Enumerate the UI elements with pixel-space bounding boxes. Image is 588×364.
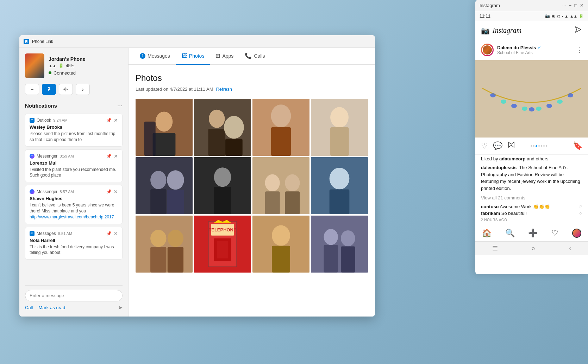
ig-add-button[interactable]: ➕ (528, 229, 538, 238)
tab-apps[interactable]: ⊞ Apps (210, 48, 239, 65)
ig-user-subtitle: School of Fine Arts (497, 50, 573, 55)
ig-home-button[interactable]: 🏠 (482, 229, 492, 238)
refresh-link[interactable]: Refresh (216, 87, 232, 92)
photo-cell[interactable] (194, 99, 251, 156)
notif-time: 9:24 AM (53, 118, 67, 122)
notif-sender: Lorenzo Mui (30, 160, 118, 166)
ig-restore-button[interactable]: □ (574, 3, 577, 8)
notification-item: m Messenger 8:59 AM 📌 ✕ Lorenzo Mui I vi… (25, 149, 123, 183)
photo-cell[interactable]: TELEPHONE (194, 216, 251, 273)
photo-cell[interactable] (136, 157, 193, 214)
ig-like-button[interactable]: ♡ (481, 141, 488, 151)
dot-icon: • (562, 14, 563, 18)
svg-rect-40 (211, 224, 234, 235)
sidebar: Jordan's Phone ▲▲ 🔋 45% Connected − (19, 48, 129, 317)
ig-caption: daleenduplessis The School of Fine Art's… (475, 163, 588, 194)
photo-cell[interactable] (136, 99, 193, 156)
ig-heart-button[interactable]: ♡ (551, 229, 558, 238)
tab-photos[interactable]: 🖼 Photos (176, 48, 210, 65)
ig-comment-like-button[interactable]: ♡ (578, 211, 582, 216)
ig-more-button[interactable]: ··· (562, 3, 566, 8)
call-link[interactable]: Call (25, 305, 33, 310)
ig-android-back-button[interactable]: ‹ (569, 245, 571, 252)
notif-actions: 📌 ✕ (106, 189, 118, 194)
instagram-window: Instagram ··· − □ ✕ 11:11 📷 ▣ @ • ▲ ▲▲ 🔋… (475, 0, 588, 274)
ig-close-button[interactable]: ✕ (580, 3, 584, 8)
ig-comment-like-button[interactable]: ♡ (578, 204, 582, 209)
device-card: Jordan's Phone ▲▲ 🔋 45% Connected (25, 53, 123, 78)
mark-as-read-link[interactable]: Mark as read (38, 305, 65, 310)
ig-comment-button[interactable]: 💬 (493, 141, 502, 151)
notif-app-row: m Messenger 8:59 AM (30, 154, 74, 159)
connected-status: Connected (54, 70, 76, 76)
ig-status-icons: 📷 ▣ @ • ▲ ▲▲ 🔋 (545, 14, 584, 18)
carousel-dot (546, 145, 547, 147)
photo-cell[interactable] (194, 157, 251, 214)
mute-button[interactable] (59, 84, 73, 95)
message-link[interactable]: http://www.margiestravel.com/beachtrip 2… (30, 215, 114, 219)
svg-rect-33 (136, 216, 193, 273)
ig-view-comments[interactable]: View all 21 comments (475, 194, 588, 203)
notification-item: O Outlook 9:24 AM 📌 ✕ Wesley Brooks Plea… (25, 114, 123, 147)
ig-android-home-button[interactable]: ○ (532, 245, 536, 252)
ig-android-menu-button[interactable]: ☰ (492, 244, 498, 252)
svg-point-7 (209, 110, 225, 128)
photo-cell[interactable] (252, 157, 309, 214)
pin-button[interactable]: 📌 (106, 231, 112, 236)
wifi-icon: ▲▲ (49, 64, 56, 68)
ig-username: Daleen du Plessis (497, 45, 536, 50)
send-button[interactable]: ➤ (118, 304, 123, 311)
svg-point-46 (272, 225, 290, 246)
ig-post-header: Daleen du Plessis ✓ School of Fine Arts … (475, 40, 588, 60)
carousel-dot (538, 145, 540, 147)
photo-cell[interactable] (136, 216, 193, 273)
ig-likes: Liked by adatumcorp and others (475, 155, 588, 163)
svg-point-9 (224, 116, 244, 139)
svg-point-59 (536, 107, 542, 111)
svg-point-60 (546, 104, 552, 108)
svg-rect-38 (194, 216, 251, 273)
calls-icon: 📞 (245, 52, 252, 59)
svg-point-36 (168, 230, 183, 247)
bluetooth-button[interactable] (42, 84, 56, 95)
svg-point-57 (522, 107, 527, 111)
ig-post-more-button[interactable]: ⋮ (576, 46, 582, 54)
notif-actions: 📌 ✕ (106, 117, 118, 123)
photo-cell[interactable] (311, 157, 368, 214)
close-notification-button[interactable]: ✕ (114, 153, 118, 159)
photo-cell[interactable] (252, 216, 309, 273)
photo-cell[interactable] (311, 99, 368, 156)
minus-button[interactable]: − (25, 84, 39, 95)
carousel-dot-active (536, 145, 537, 147)
pin-button[interactable]: 📌 (106, 118, 112, 123)
notifications-menu-button[interactable]: ··· (117, 102, 123, 109)
ig-minimize-button[interactable]: − (569, 3, 572, 8)
ig-android-nav: ☰ ○ ‹ (475, 241, 588, 255)
ig-comment: fabrikam So beautiful! ♡ (475, 210, 588, 217)
ig-search-button[interactable]: 🔍 (505, 229, 515, 238)
ig-time: 11:11 (480, 14, 490, 19)
photo-cell[interactable] (252, 99, 309, 156)
close-notification-button[interactable]: ✕ (114, 231, 118, 236)
photo-cell[interactable] (311, 216, 368, 273)
ig-camera-icon[interactable]: 📷 (481, 26, 490, 35)
tab-calls[interactable]: 📞 Calls (239, 48, 270, 65)
pin-button[interactable]: 📌 (106, 154, 112, 159)
svg-marker-63 (508, 142, 514, 147)
device-info: Jordan's Phone ▲▲ 🔋 45% Connected (49, 56, 123, 76)
ig-send-icon[interactable] (574, 25, 582, 36)
ig-share-button[interactable] (507, 141, 515, 151)
close-notification-button[interactable]: ✕ (114, 189, 118, 194)
music-button[interactable]: ♪ (76, 84, 90, 95)
tab-messages[interactable]: 1 Messages (134, 48, 176, 65)
ig-profile-button[interactable] (572, 229, 581, 238)
pin-button[interactable]: 📌 (106, 189, 112, 194)
message-input[interactable] (25, 290, 123, 301)
ig-avatar (481, 44, 494, 56)
svg-point-18 (150, 171, 166, 189)
outlook-icon: O (30, 118, 35, 123)
phone-link-window: Phone Link Jordan's Phone ▲▲ 🔋 45% Conne… (19, 35, 375, 317)
close-notification-button[interactable]: ✕ (114, 117, 118, 123)
svg-point-61 (557, 100, 563, 104)
ig-bookmark-button[interactable]: 🔖 (573, 141, 582, 151)
